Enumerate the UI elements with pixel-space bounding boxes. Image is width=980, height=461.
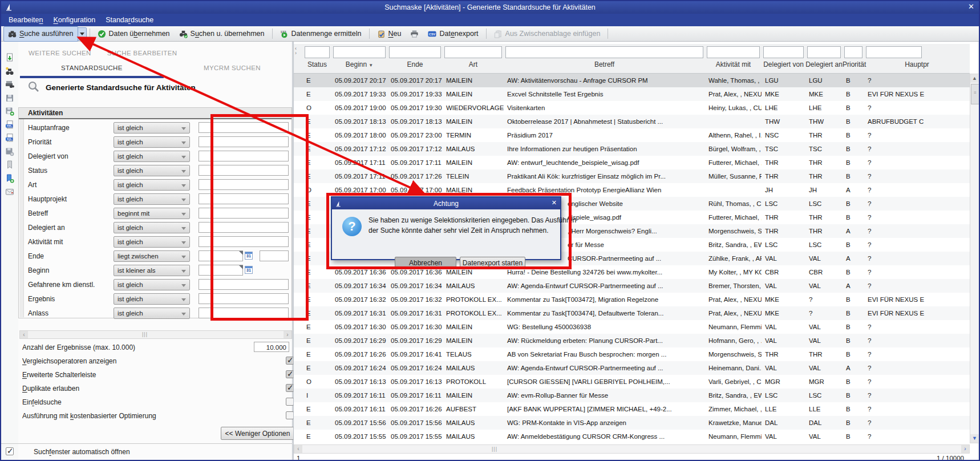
auto-open-checkbox[interactable] — [6, 447, 14, 455]
table-row[interactable]: E05.09.2017 16:3005.09.2017 16:30MAILEIN… — [294, 320, 970, 334]
operator-select[interactable]: ist kleiner als — [114, 265, 190, 276]
column-header-delvon[interactable]: Delegiert von — [762, 44, 805, 73]
tab-standardsuche[interactable]: STANDARDSUCHE — [61, 64, 123, 71]
close-icon[interactable]: ✕ — [968, 2, 974, 11]
xml-export-icon[interactable]: XML — [5, 120, 15, 130]
date-input[interactable] — [199, 265, 243, 276]
operator-select[interactable]: ist gleich — [114, 122, 190, 134]
tab-suche-bearbeiten[interactable]: SUCHE BEARBEITEN — [107, 50, 177, 56]
scroll-right-icon[interactable]: › — [284, 331, 291, 338]
date-from-input[interactable] — [199, 250, 243, 261]
operator-select[interactable]: beginnt mit — [114, 208, 190, 219]
datenexport-button[interactable]: CSVDatenexport — [423, 26, 483, 42]
table-row[interactable]: O05.09.2017 17:0005.09.2017 17:00MAILEIN… — [294, 183, 970, 197]
datenmenge-ermitteln-button[interactable]: 123Datenmenge ermitteln — [276, 26, 366, 42]
menu-standardsuche[interactable]: Standardsuche — [100, 15, 159, 25]
results-count-input[interactable]: 10.000 — [254, 342, 289, 352]
column-header-beginn[interactable]: Beginn▼ — [331, 44, 387, 73]
column-header-delan[interactable]: Delegiert an — [805, 44, 843, 73]
daten-übernehmen-button[interactable]: Daten übernehmen — [93, 26, 175, 42]
operator-select[interactable]: ist gleich — [114, 193, 190, 205]
bookmark-icon[interactable] — [5, 160, 15, 170]
tab-weitere-suchen[interactable]: WEITERE SUCHEN — [29, 50, 91, 56]
column-header-ende[interactable]: Ende — [387, 44, 443, 73]
criteria-hscrollbar[interactable]: ‹ ||| › — [19, 330, 292, 339]
search-options-dropdown[interactable] — [78, 27, 87, 41]
scroll-grip[interactable]: ||| — [139, 332, 151, 337]
table-row[interactable]: E05.09.2017 18:0005.09.2017 23:00TERMINP… — [294, 128, 970, 142]
operator-select[interactable]: ist gleich — [114, 151, 190, 162]
scroll-up-icon[interactable]: ▲ — [970, 74, 979, 83]
option-checkbox-ausführung-mit-kostenbasierter-optimierung[interactable] — [286, 411, 294, 419]
table-row[interactable]: E05.09.2017 16:1105.09.2017 16:26AUFBEST… — [294, 402, 970, 416]
value-input[interactable] — [199, 222, 289, 233]
operator-select[interactable]: ist gleich — [114, 136, 190, 148]
column-header-haupt[interactable]: Hauptpr — [864, 44, 970, 73]
scroll-grip[interactable]: ||| — [488, 447, 501, 452]
value-input[interactable] — [199, 308, 289, 318]
table-row[interactable]: E05.09.2017 16:2905.09.2017 16:29MAILEIN… — [294, 334, 970, 347]
import-search-icon[interactable] — [5, 53, 15, 63]
table-row[interactable]: I05.09.2017 16:1105.09.2017 16:11MAILEIN… — [294, 389, 970, 402]
value-input[interactable] — [199, 193, 289, 204]
email-icon[interactable] — [5, 187, 15, 197]
scroll-left-icon[interactable]: ‹ — [294, 445, 302, 453]
filter-input-prio[interactable] — [844, 46, 862, 58]
new-search-icon[interactable] — [5, 67, 15, 76]
value-input[interactable] — [199, 279, 289, 290]
cancel-button[interactable]: Abbrechen — [395, 257, 456, 269]
suche-ausführen-button[interactable]: Suche ausführen — [3, 26, 78, 42]
filter-input-delvon[interactable] — [763, 46, 804, 58]
value-input[interactable] — [199, 236, 289, 247]
operator-select[interactable]: liegt zwischen — [114, 250, 190, 262]
menu-bearbeiten[interactable]: Bearbeiten — [3, 15, 48, 25]
option-checkbox-einfeldsuche[interactable] — [286, 398, 294, 406]
table-row[interactable]: E05.09.2017 18:1305.09.2017 18:13MAILEIN… — [294, 115, 970, 128]
calendar-icon[interactable]: 31 — [245, 266, 253, 274]
tab-mycrm-suchen[interactable]: MYCRM SUCHEN — [204, 64, 261, 71]
print-search-icon[interactable] — [5, 80, 15, 90]
table-row[interactable]: E05.09.2017 20:1705.09.2017 20:17MAILEIN… — [294, 74, 970, 87]
filter-input-status[interactable] — [305, 46, 330, 58]
table-row[interactable]: E05.09.2017 16:2605.09.2017 16:41TELAUSA… — [294, 347, 970, 361]
table-row[interactable]: E05.09.2017 17:1105.09.2017 17:26TELEINP… — [294, 169, 970, 183]
scroll-left-icon[interactable]: ‹ — [20, 331, 28, 338]
calendar-icon[interactable]: 31 — [245, 252, 253, 260]
table-row[interactable]: E05.09.2017 15:5605.09.2017 15:56MAILAUS… — [294, 416, 970, 430]
table-row[interactable]: E05.09.2017 15:5505.09.2017 15:55MAILAUS… — [294, 430, 970, 443]
bookmark-add-icon[interactable] — [5, 174, 15, 184]
operator-select[interactable]: ist gleich — [114, 308, 190, 319]
operator-select[interactable]: ist gleich — [114, 179, 190, 191]
filter-input-art[interactable] — [444, 46, 502, 58]
vscroll-thumb[interactable]: ≡ — [971, 84, 979, 104]
option-checkbox-vergleichsoperatoren-anzeigen[interactable] — [286, 357, 294, 365]
filter-input-betreff[interactable] — [505, 46, 703, 58]
table-row[interactable]: O05.09.2017 16:1305.09.2017 16:13PROTOKO… — [294, 375, 970, 389]
nav-prev-icon[interactable]: ‹› — [295, 46, 297, 55]
table-hscrollbar[interactable]: ‹ ||| › — [294, 444, 970, 454]
operator-select[interactable]: ist gleich — [114, 236, 190, 248]
column-header-betreff[interactable]: Betreff — [504, 44, 705, 73]
menu-konfiguration[interactable]: Konfiguration — [48, 15, 100, 25]
column-header-status[interactable]: Status — [303, 44, 331, 73]
value-input[interactable] — [199, 293, 289, 304]
less-options-button[interactable]: << Weniger Optionen — [221, 427, 294, 440]
operator-select[interactable]: ist gleich — [114, 222, 190, 233]
table-row[interactable]: E05.09.2017 17:1205.09.2017 17:12MAILAUS… — [294, 142, 970, 156]
scroll-right-icon[interactable]: › — [961, 445, 969, 453]
save-as-icon[interactable] — [5, 107, 15, 116]
value-input[interactable] — [199, 208, 289, 219]
table-row[interactable]: E05.09.2017 16:3105.09.2017 16:31PROTOKO… — [294, 306, 970, 320]
value-input[interactable] — [199, 179, 289, 190]
start-export-button[interactable]: Datenexport starten — [460, 257, 525, 269]
filter-input-beginn[interactable] — [333, 46, 386, 58]
date-to-input[interactable] — [260, 250, 289, 261]
operator-select[interactable]: ist gleich — [114, 279, 190, 290]
table-row[interactable]: E05.09.2017 16:2405.09.2017 16:24MAILAUS… — [294, 361, 970, 375]
option-checkbox-erweiterte-schalterleiste[interactable] — [286, 370, 294, 378]
table-vscrollbar[interactable]: ▲ ≡ ▼ — [970, 74, 979, 443]
filter-input-akt[interactable] — [707, 46, 760, 58]
table-row[interactable]: E05.09.2017 16:3405.09.2017 16:34MAILAUS… — [294, 279, 970, 293]
column-header-akt[interactable]: Aktivität mit — [705, 44, 762, 73]
close-icon[interactable]: ✕ — [552, 199, 557, 207]
